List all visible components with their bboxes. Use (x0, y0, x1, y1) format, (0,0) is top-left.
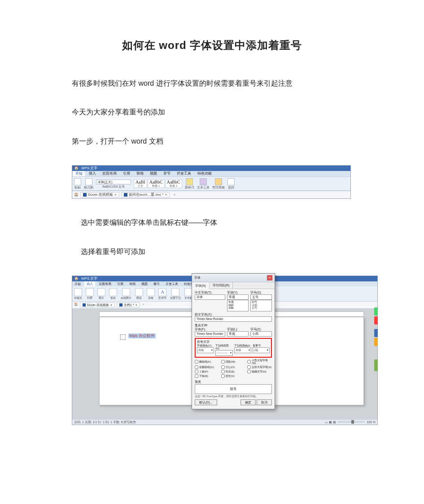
select-button[interactable]: 选择 (227, 178, 235, 189)
chk-hidden[interactable]: 隐藏文字(H) (247, 370, 272, 373)
select-icon (227, 178, 235, 185)
ribbon-item[interactable]: 在线图片 (121, 288, 131, 299)
cx-style-combo[interactable]: 常规 (227, 331, 249, 337)
chk-sup[interactable]: 上标(P) (195, 370, 219, 373)
ok-button[interactable]: 确定 (240, 399, 256, 405)
bookmark-olive[interactable] (374, 359, 378, 371)
ribbon-item[interactable]: 表格 (147, 288, 155, 299)
ribbon-item[interactable]: 页面下沉 (170, 288, 181, 299)
doc-tab-docer[interactable]: Docer-在线模板× (80, 302, 115, 307)
tab-section[interactable]: 章节 (151, 281, 162, 286)
ribbon-item[interactable]: 形状 (109, 288, 117, 299)
ribbon-item[interactable]: 图表 (135, 288, 143, 299)
shot1-doc-tabs: 🏠 Docer-在线模板× 如何在word…重.doc *× ＋ (72, 191, 350, 198)
chk-outline[interactable]: 空心(O) (221, 365, 246, 369)
cn-font-combo[interactable]: 宋体 (195, 294, 225, 300)
tab-view[interactable]: 视图 (139, 281, 150, 286)
bookmark-blue[interactable] (374, 329, 378, 337)
chk-engrave[interactable]: 阴文(V) (221, 374, 246, 378)
tab-features[interactable]: 特色功能 (195, 171, 214, 176)
tab-references[interactable]: 引用 (121, 171, 132, 176)
preview-label: 预览 (195, 380, 272, 383)
latin-font-label: 西文字体(X): (195, 313, 272, 316)
chk-smallcaps[interactable]: 小型大写字母(M) (247, 359, 272, 364)
doc-tab-docer[interactable]: Docer-在线模板× (80, 192, 119, 197)
tab-insert[interactable]: 插入 (84, 281, 95, 286)
qat-home[interactable]: 🏠 (74, 193, 79, 197)
chk-shadow[interactable]: 阴影(W) (221, 359, 246, 364)
tab-home[interactable]: 开始 (73, 171, 85, 176)
tab-review[interactable]: 审阅 (127, 281, 138, 286)
doc-tab-current[interactable]: 如何在word…重.doc *× (121, 192, 170, 197)
style-heading2[interactable]: AaBbC标题 2 (165, 179, 182, 188)
new-tab-button[interactable]: ＋ (142, 302, 145, 307)
chk-strike[interactable]: 删除线(K) (195, 359, 219, 364)
close-icon[interactable]: × (165, 193, 167, 197)
size-list[interactable]: 四号 小四 五号 (250, 300, 272, 311)
tab-dev-tools[interactable]: 开发工具 (163, 281, 180, 286)
find-replace-button[interactable]: 查找替换 (212, 178, 225, 189)
bookmark-green[interactable] (374, 307, 378, 316)
zoom-slider[interactable] (338, 421, 365, 423)
tab-references[interactable]: 引用 (115, 281, 126, 286)
tab-dev-tools[interactable]: 开发工具 (175, 171, 193, 176)
ribbon-item[interactable]: 图片 (97, 288, 105, 299)
share-text: 今天为大家分享着重号的添加 (72, 107, 424, 117)
dlg-tab-font[interactable]: 字体(N) (192, 283, 210, 289)
style-heading1[interactable]: AaBbC标题 1 (148, 179, 165, 188)
underline-style-dropdown[interactable]: ———— (215, 350, 232, 356)
style-normal[interactable]: AaBI正文 (134, 179, 147, 188)
view-icons[interactable]: ▭ ▦ ▤ (325, 421, 336, 424)
close-icon[interactable]: × (267, 275, 272, 280)
dlg-tab-spacing[interactable]: 字符间距(R) (210, 282, 233, 289)
ribbon-item[interactable]: 分隔页 (74, 288, 82, 299)
chk-dstrike[interactable]: 双删除线(G) (195, 365, 219, 369)
tab-home[interactable]: 开始 (72, 281, 83, 286)
side-bookmarks (374, 307, 378, 371)
page-break-icon (74, 288, 82, 296)
cancel-button[interactable]: 取消 (257, 399, 272, 405)
ribbon-item[interactable]: A艺术字 (158, 288, 166, 299)
tab-view[interactable]: 视图 (148, 171, 159, 176)
zoom-controls[interactable]: ▭ ▦ ▤ 100 % (325, 421, 376, 424)
size-combo[interactable]: 五号 (250, 294, 272, 300)
underline-color-dropdown[interactable]: 自动 (234, 347, 251, 353)
selected-text[interactable]: Wps 办公软件 (128, 333, 156, 338)
tab-insert[interactable]: 插入 (87, 171, 98, 176)
ribbon-item[interactable]: 封面 (86, 288, 94, 299)
new-tab-button[interactable]: ＋ (171, 193, 178, 197)
paste-group[interactable]: 粘贴 (74, 178, 81, 189)
close-icon[interactable]: × (110, 303, 112, 307)
tab-page-layout[interactable]: 页面布局 (96, 281, 114, 286)
bookmark-red[interactable] (374, 316, 378, 324)
emphasis-dropdown[interactable]: (无) (253, 347, 270, 353)
step1-text: 第一步，打开一个 word 文档 (72, 136, 424, 146)
styles-gallery[interactable]: AaBI正文 AaBbC标题 1 AaBbC标题 2 (134, 179, 182, 188)
tab-page-layout[interactable]: 页面布局 (100, 171, 119, 176)
default-button[interactable]: 默认(D)... (195, 399, 217, 405)
tab-review[interactable]: 审阅 (134, 171, 146, 176)
close-icon[interactable]: × (136, 303, 137, 307)
font-color-dropdown[interactable]: 自动 (197, 347, 214, 353)
dialog-titlebar[interactable]: 字体 × (192, 274, 275, 282)
style-list[interactable]: 常规 倾斜 加粗 (227, 300, 249, 311)
qat-home[interactable]: 🏠 (74, 302, 78, 307)
home-icon: 🏠 (74, 277, 79, 280)
new-style-button[interactable]: 新样式 (185, 178, 194, 189)
font-selector[interactable]: 宋体(正文) AaBbCcDd 五号 (96, 180, 131, 188)
format-painter-group[interactable]: 格式刷 (84, 178, 93, 189)
text-tools-button[interactable]: 文本工具 (197, 178, 210, 189)
preview-box: 服务 (195, 384, 272, 394)
bookmark-orange[interactable] (374, 338, 378, 346)
tab-section[interactable]: 章节 (161, 171, 173, 176)
chk-emboss[interactable]: 阳文(E) (221, 370, 246, 373)
chk-sub[interactable]: 下标(B) (195, 374, 219, 378)
cx-font-combo[interactable]: Times New Roman (195, 331, 225, 337)
style-combo[interactable]: 常规 (227, 294, 249, 300)
cx-size-combo[interactable]: 小四 (250, 331, 272, 337)
step3-text: 选择着重号即可添加 (81, 247, 424, 257)
chk-allcaps[interactable]: 全部大写字母(A) (247, 365, 272, 369)
close-icon[interactable]: × (114, 193, 117, 197)
latin-font-combo[interactable]: Times New Roman (195, 316, 272, 322)
doc-tab-doc1[interactable]: 文档1 *× (117, 302, 140, 307)
